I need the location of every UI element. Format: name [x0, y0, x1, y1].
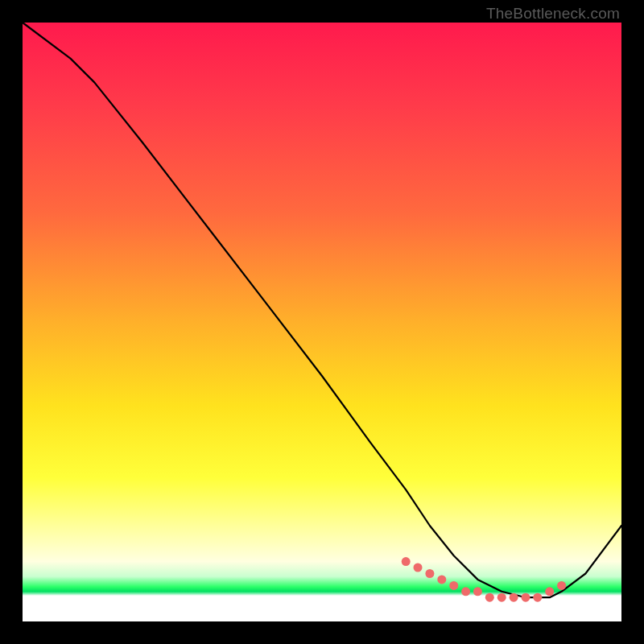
highlight-dot: [437, 575, 446, 584]
highlight-dot: [461, 587, 470, 596]
highlight-dot: [425, 569, 434, 578]
highlight-dot: [473, 587, 482, 596]
highlight-dot: [414, 564, 423, 572]
plot-area: [23, 23, 621, 621]
highlight-dot: [557, 581, 566, 590]
highlight-dots: [402, 557, 566, 602]
curve-layer: [23, 23, 621, 621]
highlight-dot: [545, 587, 554, 596]
watermark-text: TheBottleneck.com: [486, 5, 620, 23]
highlight-dot: [510, 593, 518, 602]
highlight-dot: [485, 593, 494, 602]
chart-frame: TheBottleneck.com: [0, 0, 644, 644]
highlight-dot: [402, 557, 411, 566]
bottleneck-curve: [23, 23, 621, 597]
highlight-dot: [522, 593, 530, 602]
highlight-dot: [449, 581, 458, 590]
highlight-dot: [497, 593, 506, 602]
highlight-dot: [533, 593, 542, 602]
